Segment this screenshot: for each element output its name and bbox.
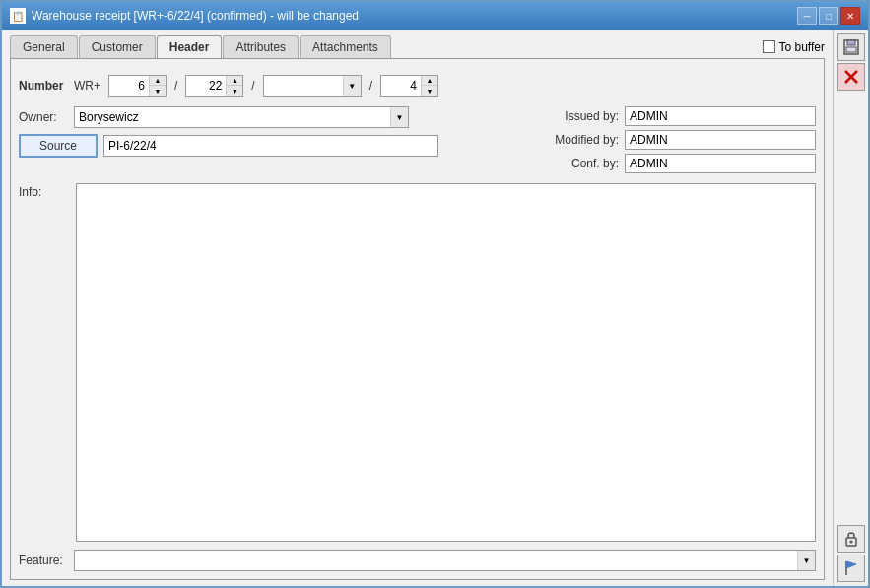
info-textarea[interactable]: [76, 183, 816, 542]
sep3: /: [368, 79, 374, 93]
upper-section: Owner: ▼ Source: [19, 106, 816, 173]
number-part1-up[interactable]: ▲: [150, 76, 166, 86]
conf-by-label: Conf. by:: [540, 157, 619, 170]
number-part2-down[interactable]: ▼: [227, 86, 242, 96]
number-part3-input[interactable]: ▼: [263, 75, 362, 97]
number-part2-input[interactable]: ▲ ▼: [185, 75, 243, 97]
toolbar-bottom: [837, 525, 865, 582]
feature-field[interactable]: [75, 552, 797, 569]
source-row: Source: [19, 134, 532, 158]
tab-customer[interactable]: Customer: [79, 35, 156, 58]
owner-row: Owner: ▼: [19, 106, 532, 128]
feature-label: Feature:: [19, 554, 68, 567]
info-right: Issued by: Modified by: Conf. by:: [540, 106, 816, 173]
owner-field[interactable]: [75, 108, 390, 126]
number-prefix: WR+: [74, 79, 100, 93]
issued-by-label: Issued by:: [540, 109, 619, 123]
lock-button[interactable]: [837, 525, 865, 553]
main-panel: General Customer Header Attributes Attac…: [2, 30, 833, 586]
svg-point-6: [849, 541, 852, 544]
number-part3-dropdown[interactable]: ▼: [343, 76, 361, 96]
to-buffer-checkbox[interactable]: [763, 40, 775, 53]
svg-rect-2: [846, 47, 856, 52]
source-value: [103, 135, 438, 157]
owner-dropdown[interactable]: ▼: [390, 107, 408, 127]
flag-button[interactable]: [837, 555, 865, 582]
number-row: Number WR+ ▲ ▼ /: [19, 75, 816, 97]
info-label: Info:: [19, 185, 68, 542]
svg-marker-8: [846, 561, 856, 568]
tabs-header: General Customer Header Attributes Attac…: [10, 35, 825, 58]
svg-rect-1: [847, 40, 855, 45]
number-label: Number: [19, 79, 68, 93]
issued-by-row: Issued by:: [540, 106, 816, 126]
number-part3-field[interactable]: [264, 77, 343, 95]
modified-by-row: Modified by:: [540, 130, 816, 150]
modified-by-value: [625, 130, 816, 150]
owner-select[interactable]: ▼: [74, 106, 409, 128]
maximize-button[interactable]: □: [819, 7, 838, 25]
number-part2-field[interactable]: [186, 77, 226, 95]
number-part2-spin: ▲ ▼: [226, 76, 242, 96]
number-part4-down[interactable]: ▼: [422, 86, 437, 96]
sep2: /: [249, 79, 256, 93]
window-icon: 📋: [10, 8, 26, 24]
number-part1-down[interactable]: ▼: [150, 86, 166, 96]
form-panel: Number WR+ ▲ ▼ /: [10, 58, 825, 580]
save-button[interactable]: [837, 33, 865, 61]
title-bar: 📋 Warehouse receipt [WR+-6/22/4] (confir…: [2, 2, 868, 30]
toolbar-top: [837, 33, 865, 91]
delete-icon: [842, 68, 860, 86]
left-fields: Owner: ▼ Source: [19, 106, 532, 173]
number-part4-input[interactable]: ▲ ▼: [380, 75, 438, 97]
feature-dropdown[interactable]: ▼: [797, 551, 815, 570]
tab-general[interactable]: General: [10, 35, 78, 58]
number-part4-field[interactable]: [381, 77, 421, 95]
number-part1-field[interactable]: [109, 77, 149, 95]
window-controls: ─ □ ✕: [797, 7, 860, 25]
textarea-wrapper: [76, 183, 816, 542]
number-part1-spin: ▲ ▼: [149, 76, 166, 96]
main-window: 📋 Warehouse receipt [WR+-6/22/4] (confir…: [0, 0, 870, 588]
number-part1-input[interactable]: ▲ ▼: [108, 75, 167, 97]
content-area: General Customer Header Attributes Attac…: [2, 30, 868, 586]
form-body: Number WR+ ▲ ▼ /: [19, 67, 816, 571]
window-title: Warehouse receipt [WR+-6/22/4] (confirme…: [32, 9, 359, 23]
number-part2-up[interactable]: ▲: [227, 76, 242, 86]
issued-by-value: [625, 106, 816, 126]
number-part4-up[interactable]: ▲: [422, 76, 437, 86]
close-button[interactable]: ✕: [840, 7, 860, 25]
to-buffer-area: To buffer: [763, 40, 825, 54]
modified-by-label: Modified by:: [540, 133, 619, 147]
conf-by-value: [625, 154, 816, 173]
minimize-button[interactable]: ─: [797, 7, 817, 25]
to-buffer-label: To buffer: [779, 40, 825, 54]
delete-button[interactable]: [837, 63, 865, 91]
tab-header[interactable]: Header: [157, 35, 223, 58]
owner-label: Owner:: [19, 110, 68, 124]
sep1: /: [172, 79, 179, 93]
lock-icon: [842, 530, 860, 548]
feature-row: Feature: ▼: [19, 550, 816, 571]
flag-icon: [842, 559, 860, 577]
tab-attributes[interactable]: Attributes: [223, 35, 299, 58]
save-icon: [842, 38, 860, 56]
tabs-container: General Customer Header Attributes Attac…: [10, 35, 391, 58]
source-button[interactable]: Source: [19, 134, 98, 158]
info-wrapper: Info:: [19, 183, 816, 542]
feature-select[interactable]: ▼: [74, 550, 816, 571]
right-toolbar: [833, 30, 868, 586]
tab-attachments[interactable]: Attachments: [300, 35, 391, 58]
number-part4-spin: ▲ ▼: [421, 76, 437, 96]
conf-by-row: Conf. by:: [540, 154, 816, 173]
